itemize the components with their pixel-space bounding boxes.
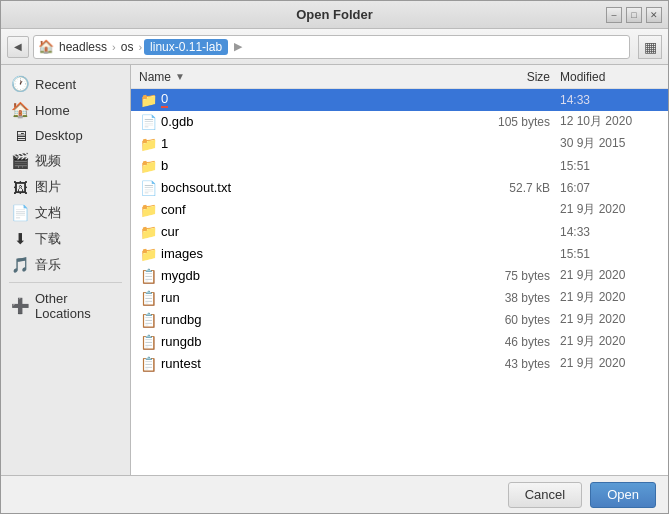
table-row[interactable]: 📋runtest43 bytes21 9月 2020 xyxy=(131,353,668,375)
table-row[interactable]: 📋rungdb46 bytes21 9月 2020 xyxy=(131,331,668,353)
breadcrumb-bar: 🏠 headless › os › linux-0.11-lab ▶ xyxy=(33,35,630,59)
sidebar-item-downloads[interactable]: ⬇ 下载 xyxy=(1,226,130,252)
main-area: 🕐 Recent 🏠 Home 🖥 Desktop 🎬 视频 🖼 图片 📄 xyxy=(1,65,668,475)
file-type-icon: 📋 xyxy=(139,356,157,372)
recent-icon: 🕐 xyxy=(11,75,29,93)
sidebar-item-home[interactable]: 🏠 Home xyxy=(1,97,130,123)
other-locations-icon: ➕ xyxy=(11,297,29,315)
sidebar-item-videos[interactable]: 🎬 视频 xyxy=(1,148,130,174)
sidebar-item-documents[interactable]: 📄 文档 xyxy=(1,200,130,226)
table-row[interactable]: 📋rundbg60 bytes21 9月 2020 xyxy=(131,309,668,331)
file-size: 38 bytes xyxy=(470,291,560,305)
titlebar: Open Folder – □ ✕ xyxy=(1,1,668,29)
file-name: cur xyxy=(161,224,470,239)
table-row[interactable]: 📁014:33 xyxy=(131,89,668,111)
view-toggle-button[interactable]: ▦ xyxy=(638,35,662,59)
file-name: runtest xyxy=(161,356,470,371)
table-row[interactable]: 📁130 9月 2015 xyxy=(131,133,668,155)
videos-icon: 🎬 xyxy=(11,152,29,170)
breadcrumb-active[interactable]: linux-0.11-lab xyxy=(144,39,228,55)
file-type-icon: 📋 xyxy=(139,268,157,284)
table-row[interactable]: 📄bochsout.txt52.7 kB16:07 xyxy=(131,177,668,199)
col-size-header[interactable]: Size xyxy=(470,70,560,84)
file-area: Name ▼ Size Modified 📁014:33📄0.gdb105 by… xyxy=(131,65,668,475)
minimize-button[interactable]: – xyxy=(606,7,622,23)
sidebar-item-pictures[interactable]: 🖼 图片 xyxy=(1,174,130,200)
col-modified-header[interactable]: Modified xyxy=(560,70,660,84)
table-row[interactable]: 📁images15:51 xyxy=(131,243,668,265)
sidebar-item-other-locations[interactable]: ➕ Other Locations xyxy=(1,287,130,325)
file-name: images xyxy=(161,246,470,261)
file-modified: 14:33 xyxy=(560,225,660,239)
breadcrumb-sep1: › xyxy=(112,41,116,53)
file-name: 0 xyxy=(161,91,470,108)
file-modified: 21 9月 2020 xyxy=(560,311,660,328)
file-type-icon: 📁 xyxy=(139,224,157,240)
breadcrumb-sep2: › xyxy=(138,41,142,53)
maximize-button[interactable]: □ xyxy=(626,7,642,23)
back-button[interactable]: ◀ xyxy=(7,36,29,58)
sidebar-label-videos: 视频 xyxy=(35,152,61,170)
home-icon: 🏠 xyxy=(38,39,54,54)
file-name: bochsout.txt xyxy=(161,180,470,195)
open-folder-dialog: Open Folder – □ ✕ ◀ 🏠 headless › os › li… xyxy=(0,0,669,514)
file-modified: 12 10月 2020 xyxy=(560,113,660,130)
breadcrumb-os[interactable]: os xyxy=(118,40,137,54)
sidebar-label-downloads: 下载 xyxy=(35,230,61,248)
sidebar-label-recent: Recent xyxy=(35,77,76,92)
breadcrumb-forward-arrow[interactable]: ▶ xyxy=(234,40,242,53)
pictures-icon: 🖼 xyxy=(11,179,29,196)
sort-arrow: ▼ xyxy=(175,71,185,82)
sidebar-separator xyxy=(9,282,122,283)
file-modified: 15:51 xyxy=(560,247,660,261)
file-size: 46 bytes xyxy=(470,335,560,349)
file-modified: 16:07 xyxy=(560,181,660,195)
desktop-icon: 🖥 xyxy=(11,127,29,144)
sidebar: 🕐 Recent 🏠 Home 🖥 Desktop 🎬 视频 🖼 图片 📄 xyxy=(1,65,131,475)
file-type-icon: 📋 xyxy=(139,334,157,350)
file-modified: 21 9月 2020 xyxy=(560,355,660,372)
sidebar-item-desktop[interactable]: 🖥 Desktop xyxy=(1,123,130,148)
toolbar-right: ▦ xyxy=(638,35,662,59)
file-list: 📁014:33📄0.gdb105 bytes12 10月 2020📁130 9月… xyxy=(131,89,668,475)
bottom-bar: Cancel Open xyxy=(1,475,668,513)
table-row[interactable]: 📋run38 bytes21 9月 2020 xyxy=(131,287,668,309)
file-name: mygdb xyxy=(161,268,470,283)
file-modified: 30 9月 2015 xyxy=(560,135,660,152)
close-button[interactable]: ✕ xyxy=(646,7,662,23)
sidebar-item-music[interactable]: 🎵 音乐 xyxy=(1,252,130,278)
breadcrumb-home[interactable]: headless xyxy=(56,40,110,54)
col-name-header[interactable]: Name ▼ xyxy=(139,70,470,84)
file-type-icon: 📋 xyxy=(139,290,157,306)
table-row[interactable]: 📁conf21 9月 2020 xyxy=(131,199,668,221)
file-type-icon: 📁 xyxy=(139,158,157,174)
window-title: Open Folder xyxy=(296,7,373,22)
file-size: 75 bytes xyxy=(470,269,560,283)
table-row[interactable]: 📋mygdb75 bytes21 9月 2020 xyxy=(131,265,668,287)
cancel-button[interactable]: Cancel xyxy=(508,482,582,508)
file-name: run xyxy=(161,290,470,305)
downloads-icon: ⬇ xyxy=(11,230,29,248)
file-modified: 21 9月 2020 xyxy=(560,289,660,306)
open-button[interactable]: Open xyxy=(590,482,656,508)
file-type-icon: 📋 xyxy=(139,312,157,328)
file-name: conf xyxy=(161,202,470,217)
file-name: 0.gdb xyxy=(161,114,470,129)
col-modified-label: Modified xyxy=(560,70,605,84)
col-name-label: Name xyxy=(139,70,171,84)
file-type-icon: 📁 xyxy=(139,246,157,262)
sidebar-label-desktop: Desktop xyxy=(35,128,83,143)
table-row[interactable]: 📁b15:51 xyxy=(131,155,668,177)
file-size: 52.7 kB xyxy=(470,181,560,195)
music-icon: 🎵 xyxy=(11,256,29,274)
file-name: rundbg xyxy=(161,312,470,327)
col-size-label: Size xyxy=(527,70,550,84)
table-row[interactable]: 📁cur14:33 xyxy=(131,221,668,243)
sidebar-label-home: Home xyxy=(35,103,70,118)
table-row[interactable]: 📄0.gdb105 bytes12 10月 2020 xyxy=(131,111,668,133)
file-type-icon: 📄 xyxy=(139,180,157,196)
sidebar-item-recent[interactable]: 🕐 Recent xyxy=(1,71,130,97)
toolbar: ◀ 🏠 headless › os › linux-0.11-lab ▶ ▦ xyxy=(1,29,668,65)
file-modified: 21 9月 2020 xyxy=(560,267,660,284)
sidebar-label-documents: 文档 xyxy=(35,204,61,222)
